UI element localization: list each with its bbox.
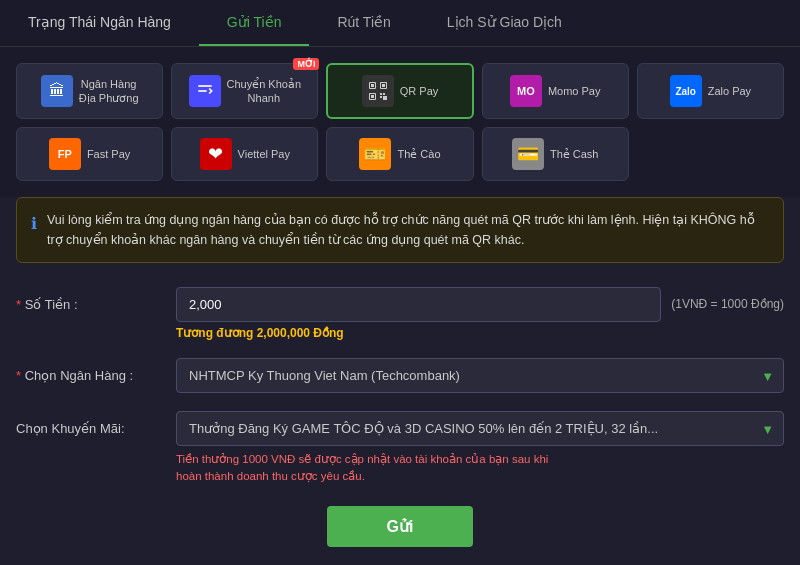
viettel-icon: ❤ (200, 138, 232, 170)
payment-transfer[interactable]: MỚI Chuyển KhoảnNhanh (171, 63, 318, 119)
svg-rect-12 (383, 93, 385, 95)
chon-ngan-hang-label: * Chọn Ngân Hàng : (16, 358, 176, 383)
promo-note: Tiền thưởng 1000 VNĐ sẽ được cập nhật và… (176, 451, 784, 486)
payment-qr[interactable]: QR Pay (326, 63, 473, 119)
svg-rect-11 (380, 93, 382, 95)
momo-icon: MO (510, 75, 542, 107)
so-tien-row: * Số Tiền : Tương đương 2,000,000 Đồng (… (16, 287, 784, 340)
zalo-icon: Zalo (670, 75, 702, 107)
bank-icon: 🏛 (41, 75, 73, 107)
submit-wrap: Gửi (16, 506, 784, 547)
momo-label: Momo Pay (548, 84, 601, 98)
thecao-label: Thẻ Cào (397, 147, 440, 161)
qr-icon (362, 75, 394, 107)
info-message: Vui lòng kiểm tra ứng dụng ngân hàng của… (47, 210, 769, 250)
info-box: ℹ Vui lòng kiểm tra ứng dụng ngân hàng c… (16, 197, 784, 263)
svg-rect-14 (383, 96, 387, 100)
new-badge: MỚI (293, 58, 319, 70)
so-tien-field-wrap: Tương đương 2,000,000 Đồng (176, 287, 661, 340)
payment-viettel[interactable]: ❤ Viettel Pay (171, 127, 318, 181)
deposit-form: * Số Tiền : Tương đương 2,000,000 Đồng (… (0, 279, 800, 565)
zalo-label: Zalo Pay (708, 84, 751, 98)
payment-thecash[interactable]: 💳 Thẻ Cash (482, 127, 629, 181)
vnd-hint: (1VNĐ = 1000 Đồng) (671, 287, 784, 311)
bank-select[interactable]: NHTMCP Ky Thuong Viet Nam (Techcombank) … (176, 358, 784, 393)
tab-gui-tien[interactable]: Gửi Tiền (199, 0, 310, 46)
fast-label: Fast Pay (87, 147, 130, 161)
svg-rect-4 (371, 84, 374, 87)
svg-rect-13 (380, 96, 382, 98)
bank-label: Ngân HàngĐịa Phương (79, 77, 139, 106)
chon-khuyen-mai-label: Chọn Khuyến Mãi: (16, 411, 176, 436)
tab-trang-thai[interactable]: Trạng Thái Ngân Hàng (0, 0, 199, 46)
chon-ngan-hang-field-wrap: NHTMCP Ky Thuong Viet Nam (Techcombank) … (176, 358, 784, 393)
viettel-label: Viettel Pay (238, 147, 290, 161)
payment-fast[interactable]: FP Fast Pay (16, 127, 163, 181)
transfer-icon (189, 75, 221, 107)
main-container: Trạng Thái Ngân Hàng Gửi Tiền Rút Tiền L… (0, 0, 800, 565)
so-tien-label: * Số Tiền : (16, 287, 176, 312)
submit-button[interactable]: Gửi (327, 506, 474, 547)
payment-bank[interactable]: 🏛 Ngân HàngĐịa Phương (16, 63, 163, 119)
payment-zalo[interactable]: Zalo Zalo Pay (637, 63, 784, 119)
thecash-label: Thẻ Cash (550, 147, 599, 161)
chon-khuyen-mai-field-wrap: Thưởng Đăng Ký GAME TỐC ĐỘ và 3D CASINO … (176, 411, 784, 486)
info-icon: ℹ (31, 211, 37, 237)
bank-select-wrap: NHTMCP Ky Thuong Viet Nam (Techcombank) … (176, 358, 784, 393)
svg-rect-7 (382, 84, 385, 87)
equivalent-text: Tương đương 2,000,000 Đồng (176, 326, 661, 340)
transfer-label: Chuyển KhoảnNhanh (227, 77, 302, 106)
svg-rect-10 (371, 95, 374, 98)
payment-momo[interactable]: MO Momo Pay (482, 63, 629, 119)
qr-label: QR Pay (400, 84, 439, 98)
chon-khuyen-mai-row: Chọn Khuyến Mãi: Thưởng Đăng Ký GAME TỐC… (16, 411, 784, 486)
thecash-icon: 💳 (512, 138, 544, 170)
tab-lich-su[interactable]: Lịch Sử Giao Dịch (419, 0, 590, 46)
chon-ngan-hang-row: * Chọn Ngân Hàng : NHTMCP Ky Thuong Viet… (16, 358, 784, 393)
tab-rut-tien[interactable]: Rút Tiền (309, 0, 418, 46)
payment-thecao[interactable]: 🎫 Thẻ Cào (326, 127, 473, 181)
payment-methods-grid: 🏛 Ngân HàngĐịa Phương MỚI Chuyển KhoảnNh… (0, 47, 800, 197)
tab-bar: Trạng Thái Ngân Hàng Gửi Tiền Rút Tiền L… (0, 0, 800, 47)
fast-icon: FP (49, 138, 81, 170)
promo-select-wrap: Thưởng Đăng Ký GAME TỐC ĐỘ và 3D CASINO … (176, 411, 784, 446)
thecao-icon: 🎫 (359, 138, 391, 170)
promo-select[interactable]: Thưởng Đăng Ký GAME TỐC ĐỘ và 3D CASINO … (176, 411, 784, 446)
so-tien-input[interactable] (176, 287, 661, 322)
